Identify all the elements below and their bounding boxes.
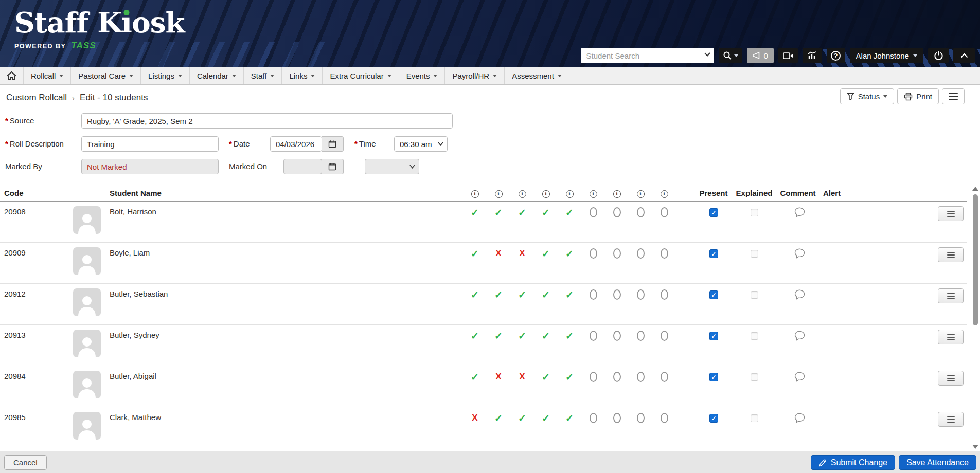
date-picker-button[interactable] [322, 136, 344, 152]
empty-mark-circle[interactable] [637, 248, 645, 259]
nav-item-payroll-hr[interactable]: Payroll/HR [445, 67, 505, 84]
breadcrumb-section[interactable]: Custom Rollcall [6, 93, 67, 103]
comment-bubble-icon[interactable] [794, 331, 805, 341]
empty-mark-circle[interactable] [637, 331, 645, 341]
present-checkbox[interactable]: ✓ [709, 290, 718, 299]
empty-mark-circle[interactable] [613, 248, 621, 259]
row-actions-button[interactable] [938, 330, 964, 344]
scroll-down-arrow[interactable] [972, 445, 978, 449]
comment-bubble-icon[interactable] [794, 248, 805, 259]
check-mark-icon[interactable]: ✓ [471, 289, 479, 301]
logout-button[interactable] [928, 48, 949, 63]
check-mark-icon[interactable]: ✓ [542, 248, 550, 260]
user-menu-button[interactable]: Alan Johnstone [850, 48, 923, 63]
check-mark-icon[interactable]: ✓ [565, 371, 574, 383]
nav-item-staff[interactable]: Staff [244, 67, 282, 84]
check-mark-icon[interactable]: ✓ [542, 289, 550, 301]
nav-home-button[interactable] [0, 67, 24, 84]
row-actions-button[interactable] [938, 412, 964, 427]
roll-description-field[interactable] [81, 136, 219, 152]
video-button[interactable] [778, 48, 798, 63]
check-mark-icon[interactable]: ✓ [471, 248, 479, 260]
empty-mark-circle[interactable] [613, 207, 621, 217]
explained-checkbox[interactable] [751, 332, 758, 340]
comment-bubble-icon[interactable] [794, 207, 805, 217]
explained-checkbox[interactable] [751, 373, 758, 381]
notifications-button[interactable]: 0 [747, 48, 774, 63]
info-icon[interactable]: i [637, 190, 645, 198]
explained-checkbox[interactable] [751, 209, 758, 216]
present-checkbox[interactable]: ✓ [709, 414, 718, 423]
empty-mark-circle[interactable] [661, 248, 668, 259]
comment-bubble-icon[interactable] [794, 413, 805, 423]
empty-mark-circle[interactable] [637, 372, 645, 382]
check-mark-icon[interactable]: ✓ [471, 207, 479, 219]
cross-mark-icon[interactable]: X [472, 413, 477, 423]
empty-mark-circle[interactable] [637, 413, 645, 423]
nav-item-rollcall[interactable]: Rollcall [24, 67, 71, 84]
empty-mark-circle[interactable] [661, 331, 668, 341]
row-actions-button[interactable] [938, 371, 964, 386]
analytics-button[interactable] [803, 48, 822, 63]
check-mark-icon[interactable]: ✓ [542, 207, 550, 219]
more-options-button[interactable] [942, 88, 965, 104]
present-checkbox[interactable]: ✓ [709, 332, 718, 340]
empty-mark-circle[interactable] [613, 289, 621, 300]
nav-item-assessment[interactable]: Assessment [505, 67, 569, 84]
check-mark-icon[interactable]: ✓ [494, 207, 503, 219]
empty-mark-circle[interactable] [637, 207, 645, 217]
status-filter-button[interactable]: Status [840, 88, 895, 104]
empty-mark-circle[interactable] [661, 207, 668, 217]
empty-mark-circle[interactable] [637, 289, 645, 300]
submit-change-button[interactable]: Submit Change [811, 455, 895, 470]
empty-mark-circle[interactable] [661, 372, 668, 382]
check-mark-icon[interactable]: ✓ [565, 207, 574, 219]
source-field[interactable] [81, 113, 453, 129]
cancel-button[interactable]: Cancel [4, 455, 47, 470]
info-icon[interactable]: i [471, 190, 479, 198]
check-mark-icon[interactable]: ✓ [494, 412, 503, 424]
cross-mark-icon[interactable]: X [495, 248, 501, 259]
nav-item-links[interactable]: Links [282, 67, 323, 84]
help-button[interactable]: ? [827, 48, 845, 63]
search-button[interactable] [719, 48, 742, 63]
info-icon[interactable]: i [519, 190, 526, 198]
present-checkbox[interactable]: ✓ [709, 208, 718, 217]
empty-mark-circle[interactable] [590, 207, 597, 217]
check-mark-icon[interactable]: ✓ [565, 412, 574, 424]
empty-mark-circle[interactable] [590, 248, 597, 259]
cross-mark-icon[interactable]: X [495, 372, 501, 382]
info-icon[interactable]: i [566, 190, 574, 198]
check-mark-icon[interactable]: ✓ [565, 330, 574, 342]
scrollbar-thumb[interactable] [973, 194, 978, 325]
empty-mark-circle[interactable] [590, 372, 597, 382]
empty-mark-circle[interactable] [590, 331, 597, 341]
check-mark-icon[interactable]: ✓ [518, 412, 526, 424]
nav-item-listings[interactable]: Listings [141, 67, 190, 84]
student-search-combo[interactable] [581, 48, 714, 63]
student-search-input[interactable] [581, 48, 714, 63]
info-icon[interactable]: i [590, 190, 597, 198]
info-icon[interactable]: i [661, 190, 668, 198]
empty-mark-circle[interactable] [590, 289, 597, 300]
explained-checkbox[interactable] [751, 291, 758, 299]
check-mark-icon[interactable]: ✓ [542, 330, 550, 342]
check-mark-icon[interactable]: ✓ [542, 371, 550, 383]
comment-bubble-icon[interactable] [794, 289, 805, 300]
empty-mark-circle[interactable] [613, 372, 621, 382]
info-icon[interactable]: i [542, 190, 550, 198]
empty-mark-circle[interactable] [661, 289, 668, 300]
check-mark-icon[interactable]: ✓ [518, 207, 526, 219]
explained-checkbox[interactable] [751, 250, 758, 258]
check-mark-icon[interactable]: ✓ [565, 289, 574, 301]
collapse-header-button[interactable] [953, 48, 975, 63]
check-mark-icon[interactable]: ✓ [518, 289, 526, 301]
empty-mark-circle[interactable] [613, 413, 621, 423]
check-mark-icon[interactable]: ✓ [471, 371, 479, 383]
check-mark-icon[interactable]: ✓ [518, 330, 526, 342]
check-mark-icon[interactable]: ✓ [494, 289, 503, 301]
present-checkbox[interactable]: ✓ [709, 249, 718, 258]
row-actions-button[interactable] [938, 206, 964, 221]
info-icon[interactable]: i [495, 190, 503, 198]
comment-bubble-icon[interactable] [794, 372, 805, 382]
